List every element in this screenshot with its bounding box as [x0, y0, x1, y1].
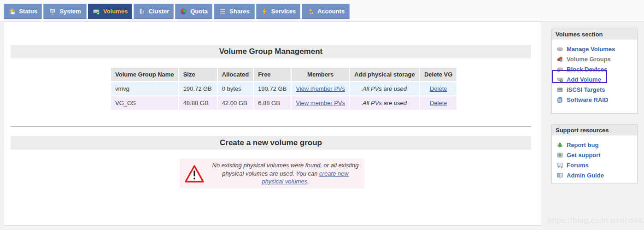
no-physical-volumes-warning: No existing physical volumes were found,… [180, 159, 364, 189]
vg-size-cell: 190.72 GB [179, 82, 217, 95]
column-header-size: Size [179, 68, 217, 81]
tab-label: Services [271, 8, 296, 15]
tab-label: Accounts [317, 8, 345, 15]
tab-accounts[interactable]: Accounts [302, 4, 350, 19]
column-header-delete-vg: Delete VG [420, 68, 457, 81]
services-icon [261, 8, 268, 15]
tab-cluster[interactable]: Cluster [134, 4, 174, 19]
vg-allocated-cell: 0 bytes [218, 82, 253, 95]
vg-name-cell: vmvg [111, 82, 178, 95]
add-physical-storage-cell: All PVs are used [350, 96, 419, 110]
system-icon [49, 8, 56, 15]
delete-vg-link[interactable]: Delete [430, 85, 447, 92]
section-divider [11, 126, 531, 127]
get-support-icon [557, 152, 563, 158]
volume-groups-icon [557, 56, 563, 62]
table-row: VG_OS 48.88 GB 42.00 GB 6.88 GB View mem… [111, 96, 457, 110]
sidebar-item-manage-volumes[interactable]: Manage Volumes [552, 44, 637, 54]
vg-free-cell: 6.88 GB [254, 96, 291, 110]
report-bug-icon [557, 142, 563, 148]
tab-system[interactable]: System [43, 4, 87, 19]
sidebar-item-label: Report bug [567, 142, 598, 148]
vg-free-cell: 190.72 GB [254, 82, 291, 95]
tab-label: Shares [229, 8, 249, 15]
column-header-name: Volume Group Name [111, 68, 178, 81]
sidebar-item-iscsi-targets[interactable]: iSCSI Targets [552, 84, 637, 94]
sidebar-item-software-raid[interactable]: Software RAID [552, 94, 637, 105]
tab-quota[interactable]: Quota [175, 4, 212, 19]
tab-volumes[interactable]: Volumes [88, 4, 132, 19]
vg-name-cell: VG_OS [111, 96, 178, 110]
sidebar-item-label: Add Volume [567, 76, 601, 83]
admin-guide-icon [557, 172, 563, 178]
sidebar-item-label: Block Devices [567, 66, 607, 73]
table-header-row: Volume Group Name Size Allocated Free Me… [111, 68, 457, 81]
sidebar-item-label: Get support [567, 152, 601, 159]
table-row: vmvg 190.72 GB 0 bytes 190.72 GB View me… [111, 82, 457, 95]
tab-strip: Status System Volumes [4, 4, 350, 19]
software-raid-icon [557, 97, 563, 103]
tab-label: Status [19, 8, 37, 15]
sidebar-item-label: Volume Groups [567, 56, 611, 63]
sidebar-item-add-volume[interactable]: Add Volume [552, 74, 637, 84]
tab-label: Cluster [149, 8, 170, 15]
quota-icon [180, 8, 187, 15]
support-resources-panel: Support resources Report bug Get support [551, 124, 638, 183]
warning-message: No existing physical volumes were found,… [211, 161, 360, 186]
volumes-section-panel: Volumes section Manage Volumes Volume Gr… [551, 29, 638, 114]
sidebar-item-forums[interactable]: Forums [552, 160, 637, 170]
column-header-free: Free [254, 68, 291, 81]
tab-label: System [59, 8, 81, 15]
support-resources-title: Support resources [552, 125, 637, 136]
create-vg-heading: Create a new volume group [11, 136, 531, 150]
add-volume-icon [557, 77, 563, 83]
warning-triangle-icon [184, 165, 205, 183]
tab-status[interactable]: Status [4, 4, 42, 19]
shares-icon [219, 8, 226, 15]
column-header-allocated: Allocated [218, 68, 253, 81]
vg-allocated-cell: 42.00 GB [218, 96, 253, 110]
add-physical-storage-cell: All PVs are used [350, 82, 419, 95]
support-resources-list: Report bug Get support Forums Admin Gu [552, 140, 637, 180]
iscsi-targets-icon [557, 87, 563, 93]
main-content-panel: Volume Group Management Volume Group Nam… [4, 22, 541, 226]
tab-shares[interactable]: Shares [214, 4, 255, 19]
sidebar-item-admin-guide[interactable]: Admin Guide [552, 170, 637, 180]
volumes-section-title: Volumes section [552, 29, 637, 40]
tab-services[interactable]: Services [256, 4, 300, 19]
watermark-text: https://blog.csdn.net/cd4836 [547, 216, 644, 225]
accounts-icon [307, 8, 314, 15]
volume-group-table: Volume Group Name Size Allocated Free Me… [110, 67, 457, 111]
delete-vg-link[interactable]: Delete [430, 100, 447, 106]
forums-icon [557, 162, 563, 168]
tab-label: Volumes [103, 8, 128, 15]
sidebar-item-get-support[interactable]: Get support [552, 150, 637, 160]
sidebar-item-report-bug[interactable]: Report bug [552, 140, 637, 150]
column-header-add-physical-storage: Add physical storage [350, 68, 419, 81]
sidebar-item-block-devices[interactable]: Block Devices [552, 64, 637, 74]
warning-text-after: . [307, 178, 309, 185]
column-header-members: Members [292, 68, 349, 81]
view-member-pvs-link[interactable]: View member PVs [296, 85, 345, 92]
manage-volumes-icon [557, 46, 563, 52]
status-icon [8, 8, 16, 15]
tab-label: Quota [190, 8, 208, 15]
sidebar-item-label: Admin Guide [567, 172, 604, 179]
volumes-section-list: Manage Volumes Volume Groups Block Devic… [552, 44, 637, 105]
sidebar-item-label: iSCSI Targets [567, 86, 605, 93]
vg-management-heading: Volume Group Management [11, 45, 531, 59]
sidebar-item-volume-groups[interactable]: Volume Groups [552, 54, 637, 64]
cluster-icon [138, 8, 146, 15]
view-member-pvs-link[interactable]: View member PVs [296, 100, 345, 106]
block-devices-icon [557, 66, 563, 72]
sidebar-item-label: Software RAID [567, 96, 608, 103]
volumes-icon [93, 8, 100, 15]
sidebar-item-label: Forums [567, 162, 589, 169]
sidebar-item-label: Manage Volumes [567, 46, 615, 53]
vg-size-cell: 48.88 GB [179, 96, 217, 110]
top-navigation-bar: Status System Volumes [0, 0, 644, 22]
